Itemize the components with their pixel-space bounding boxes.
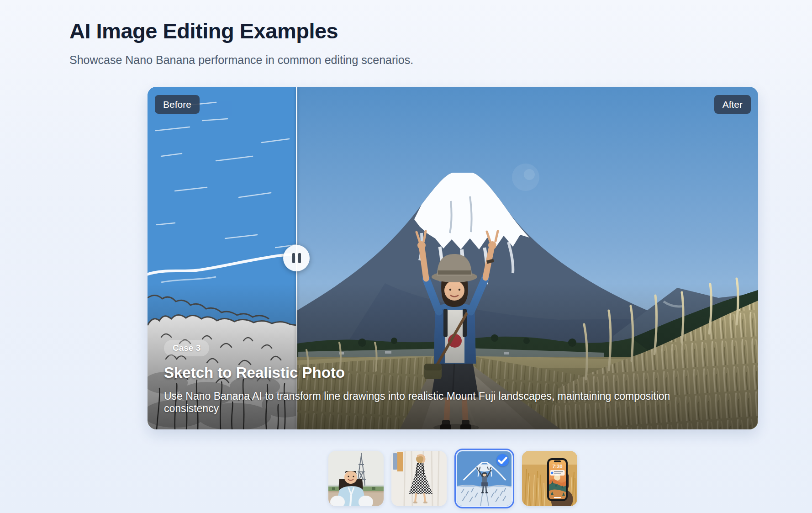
case-description: Use Nano Banana AI to transform line dra…: [164, 390, 726, 415]
thumbnail-hanbok-portrait[interactable]: [328, 451, 384, 506]
comparison-slider-handle[interactable]: [283, 245, 310, 271]
pause-icon: [292, 253, 301, 263]
page-subtitle: Showcase Nano Banana performance in comm…: [69, 53, 413, 67]
case-caption: Case 3 Sketch to Realistic Photo Use Nan…: [164, 340, 726, 415]
thumbnail-fuji-sketch[interactable]: [454, 449, 514, 508]
page-header: AI Image Editing Examples Showcase Nano …: [69, 18, 413, 67]
page-title: AI Image Editing Examples: [69, 18, 413, 43]
before-badge: Before: [155, 95, 200, 114]
thumbnail-patterned-dress[interactable]: [391, 451, 447, 506]
phone-time: 7:30: [552, 464, 562, 469]
phone-lockscreen-image: 7:30: [522, 451, 577, 506]
case-number-badge: Case 3: [164, 340, 209, 356]
patterned-dress-image: [391, 451, 447, 506]
after-badge: After: [714, 95, 751, 114]
before-after-comparison-card: Before After Case 3 Sketch to Realistic …: [148, 87, 758, 429]
thumbnail-strip: 7:30: [148, 449, 758, 508]
check-icon: [496, 454, 509, 466]
hanbok-portrait-image: [328, 451, 384, 506]
case-title: Sketch to Realistic Photo: [164, 364, 726, 381]
thumbnail-phone-lockscreen[interactable]: 7:30: [522, 451, 577, 506]
